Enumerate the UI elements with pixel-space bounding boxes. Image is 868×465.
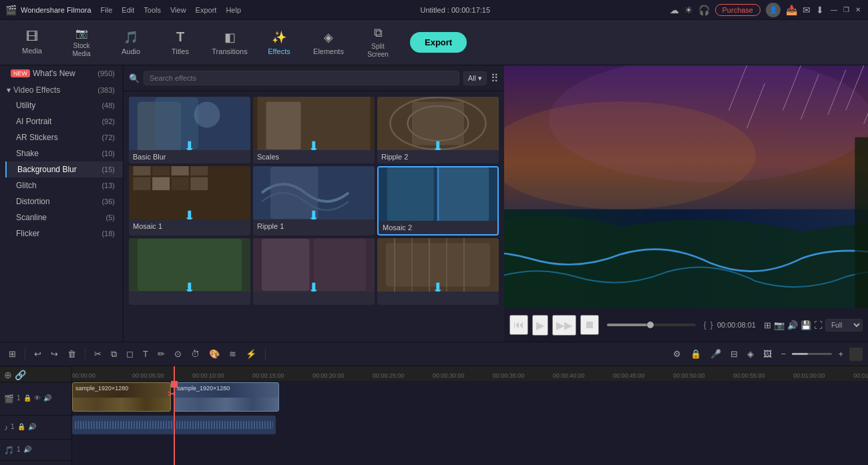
effect-card-mosaic-2[interactable]: Mosaic 2 <box>377 166 499 236</box>
mask-button[interactable]: ⊙ <box>171 347 185 361</box>
track-eye-icon[interactable]: 👁 <box>34 394 41 404</box>
effect-card-ripple-1[interactable]: ⬇ Ripple 1 <box>253 166 375 236</box>
menu-edit[interactable]: Edit <box>122 6 134 14</box>
cloud-icon[interactable]: ☁ <box>670 5 679 15</box>
ai-icon[interactable]: ◈ <box>744 347 757 361</box>
track-video-icon: 🎬 <box>4 394 14 404</box>
effect-mosaic-1-label: Mosaic 1 <box>129 219 250 233</box>
audio-mute-icon[interactable]: 🔊 <box>28 423 36 432</box>
frame-icon[interactable]: 🖼 <box>760 347 775 361</box>
zoom-out-button[interactable]: − <box>778 347 790 361</box>
play-forward-button[interactable]: ▶▶ <box>552 315 576 336</box>
redo-button[interactable]: ↪ <box>47 347 61 361</box>
tool-stock-media[interactable]: 📷 StockMedia <box>57 23 105 63</box>
tool-titles[interactable]: T Titles <box>156 23 204 63</box>
menu-tools[interactable]: Tools <box>144 6 161 14</box>
save-frame-icon[interactable]: 💾 <box>801 320 811 330</box>
sidebar-item-shake[interactable]: Shake (10) <box>5 145 123 161</box>
layout-icon[interactable]: ⊞ <box>764 320 771 330</box>
grid-view-icon[interactable]: ⠿ <box>491 72 499 85</box>
tool-elements[interactable]: ◈ Elements <box>304 23 353 63</box>
sidebar-item-scanline[interactable]: Scanline (5) <box>5 209 123 225</box>
sidebar-item-background-blur[interactable]: Background Blur (15) <box>5 161 123 177</box>
effect-card-ripple-2[interactable]: ⬇ Ripple 2 <box>377 97 499 163</box>
maximize-button[interactable]: ❐ <box>841 5 851 15</box>
audio-lock-icon[interactable]: 🔒 <box>17 423 25 432</box>
zoom-in-button[interactable]: + <box>835 347 847 361</box>
effect-card-scales[interactable]: ⬇ Scales <box>253 97 375 163</box>
sidebar-section-video-effects[interactable]: ▾ Video Effects (383) <box>0 81 123 97</box>
music-mute-icon[interactable]: 🔊 <box>23 446 31 455</box>
tool-effects[interactable]: ✨ Effects <box>255 23 303 63</box>
sidebar-item-glitch[interactable]: Glitch (13) <box>5 177 123 193</box>
mic-icon[interactable]: 🎤 <box>707 347 724 361</box>
text-tool-button[interactable]: T <box>140 347 152 361</box>
copy-button[interactable]: ⧉ <box>107 347 120 362</box>
bracket-end[interactable]: } <box>710 320 713 330</box>
effect-card-9[interactable]: ⬇ <box>377 238 499 305</box>
sidebar-item-ai-portrait[interactable]: AI Portrait (92) <box>5 113 123 129</box>
minimize-button[interactable]: — <box>829 5 839 15</box>
time-button[interactable]: ⏱ <box>188 347 203 361</box>
effect-card-basic-blur[interactable]: ⬇ Basic Blur <box>129 97 250 163</box>
video-clip-2[interactable]: sample_1920×1280 <box>174 382 279 412</box>
menu-file[interactable]: File <box>101 6 113 14</box>
inbox-icon[interactable]: 📥 <box>786 5 797 15</box>
sidebar-item-ar-stickers[interactable]: AR Stickers (72) <box>5 129 123 145</box>
delete-button[interactable]: 🗑 <box>64 347 79 361</box>
color-button[interactable]: 🎨 <box>206 347 223 361</box>
sidebar-item-distortion[interactable]: Distortion (36) <box>5 193 123 209</box>
stop-button[interactable]: ⏹ <box>580 315 599 335</box>
track-volume-icon[interactable]: 🔊 <box>43 394 51 404</box>
shake-label: Shake <box>16 149 101 158</box>
effect-card-8[interactable]: ⬇ <box>253 238 375 305</box>
volume-icon[interactable]: 🔊 <box>787 320 798 330</box>
zoom-slider[interactable] <box>792 353 832 355</box>
snapshot-icon[interactable]: 📷 <box>774 320 785 330</box>
cut-button[interactable]: ✂ <box>91 347 105 361</box>
avatar[interactable]: 👤 <box>766 3 781 17</box>
close-button[interactable]: ✕ <box>853 5 863 15</box>
link-icon[interactable]: 🔗 <box>15 370 26 380</box>
track-lock-icon[interactable]: 🔒 <box>23 394 31 404</box>
rewind-button[interactable]: ⏮ <box>509 315 528 335</box>
add-track-icon[interactable]: ⊕ <box>4 370 12 380</box>
menu-view[interactable]: View <box>170 6 186 14</box>
preview-progress-bar[interactable] <box>607 324 696 326</box>
sidebar-item-flicker[interactable]: Flicker (18) <box>5 225 123 242</box>
track-settings-icon[interactable]: ⊟ <box>727 347 741 361</box>
headset-icon[interactable]: 🎧 <box>698 5 710 15</box>
video-clip-1[interactable]: sample_1920×1280 <box>72 382 171 412</box>
sidebar-item-utility[interactable]: Utility (48) <box>5 97 123 113</box>
filter-dropdown[interactable]: All ▾ <box>463 71 487 85</box>
tools-icon[interactable]: ⊞ <box>5 347 19 361</box>
effect-card-mosaic-1[interactable]: ⬇ Mosaic 1 <box>129 166 250 236</box>
pen-button[interactable]: ✏ <box>154 347 168 361</box>
purchase-button[interactable]: Purchase <box>715 4 761 16</box>
tool-media[interactable]: 🎞 Media <box>8 23 56 63</box>
undo-button[interactable]: ↩ <box>31 347 45 361</box>
playhead-head <box>171 381 178 388</box>
sidebar-item-whats-new[interactable]: NEW What's New (950) <box>0 65 123 81</box>
bracket-start[interactable]: { <box>704 320 706 330</box>
tool-transitions[interactable]: ◧ Transitions <box>206 23 254 63</box>
speed-button[interactable]: ⚡ <box>242 347 260 361</box>
settings-icon[interactable]: ⚙ <box>670 347 684 361</box>
export-button[interactable]: Export <box>410 32 467 53</box>
tool-audio[interactable]: 🎵 Audio <box>107 23 155 63</box>
zoom-select[interactable]: Full 50% 75% 100% <box>825 319 863 332</box>
sun-icon[interactable]: ☀ <box>684 5 693 15</box>
search-input[interactable] <box>144 71 459 85</box>
marker-button[interactable]: ◻ <box>123 347 137 361</box>
menu-export[interactable]: Export <box>196 6 217 14</box>
mail-icon[interactable]: ✉ <box>803 5 811 15</box>
effect-card-7[interactable]: ⬇ <box>129 238 250 305</box>
tool-split-screen[interactable]: ⧉ SplitScreen <box>354 23 402 63</box>
lock-icon[interactable]: 🔒 <box>687 347 704 361</box>
fullscreen-icon[interactable]: ⛶ <box>814 320 823 330</box>
play-pause-button[interactable]: ▶ <box>532 315 548 336</box>
download-icon[interactable]: ⬇ <box>816 5 824 15</box>
menu-help[interactable]: Help <box>226 6 241 14</box>
audio-mix-button[interactable]: ≋ <box>226 347 240 361</box>
titlebar: 🎬 Wondershare Filmora File Edit Tools Vi… <box>0 0 868 20</box>
